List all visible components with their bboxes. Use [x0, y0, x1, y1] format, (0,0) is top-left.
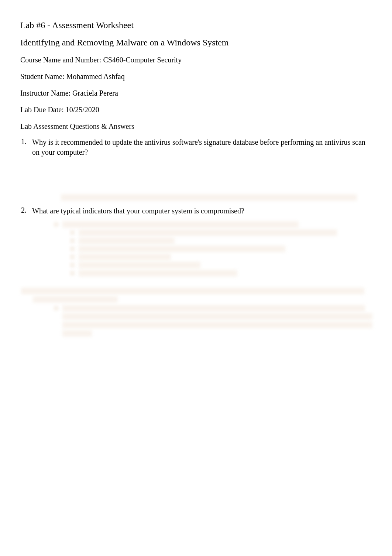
student-label: Student Name: [20, 72, 66, 80]
blurred-text [79, 246, 285, 252]
question-1: 1. Why is it recommended to update the a… [20, 137, 372, 157]
instructor-value: Graciela Perera [72, 89, 118, 97]
student-line: Student Name: Mohammed Ashfaq [20, 72, 372, 81]
gap [20, 278, 372, 285]
lab-subtitle: Identifying and Removing Malware on a Wi… [20, 38, 372, 48]
blurred-answer-2 [54, 221, 372, 277]
blurred-text [62, 313, 372, 320]
due-date-label: Lab Due Date: [20, 106, 66, 114]
question-text: What are typical indicators that your co… [32, 206, 372, 216]
question-2: 2. What are typical indicators that your… [20, 206, 372, 216]
blurred-text [21, 288, 364, 294]
blurred-answer-3 [54, 305, 372, 337]
course-label: Course Name and Number: [20, 56, 103, 64]
blurred-text [62, 322, 372, 328]
blurred-text [62, 305, 365, 312]
question-text: Why is it recommended to update the anti… [32, 137, 372, 157]
course-value: CS460-Computer Security [103, 56, 182, 64]
blurred-text [79, 237, 175, 244]
blurred-question-3 [21, 288, 372, 303]
question-number: 2. [20, 206, 32, 216]
blurred-text [62, 221, 299, 228]
blurred-bullet-icon [54, 306, 59, 311]
question-number: 1. [20, 137, 32, 157]
course-line: Course Name and Number: CS460-Computer S… [20, 56, 372, 64]
blurred-bullet-icon [70, 238, 75, 243]
student-value: Mohammed Ashfaq [66, 72, 124, 80]
blurred-bullet-icon [70, 254, 75, 260]
blurred-bullet-icon [70, 271, 75, 276]
due-date-line: Lab Due Date: 10/25/2020 [20, 106, 372, 114]
blurred-bullet-icon [70, 262, 75, 268]
blurred-text [79, 270, 237, 277]
instructor-line: Instructor Name: Graciela Perera [20, 89, 372, 97]
blurred-answer-1 [61, 194, 357, 201]
blurred-text [62, 330, 92, 337]
lab-title: Lab #6 - Assessment Worksheet [20, 20, 372, 30]
blurred-text [79, 262, 200, 268]
blurred-text [33, 296, 118, 303]
blurred-bullet-icon [54, 222, 59, 227]
qa-heading: Lab Assessment Questions & Answers [20, 122, 372, 131]
answer-1-gap [20, 162, 372, 194]
blurred-text [79, 229, 337, 236]
instructor-label: Instructor Name: [20, 89, 72, 97]
blurred-bullet-icon [70, 230, 75, 235]
due-date-value: 10/25/2020 [66, 106, 99, 114]
blurred-bullet-icon [70, 246, 75, 251]
blurred-text [79, 254, 171, 260]
